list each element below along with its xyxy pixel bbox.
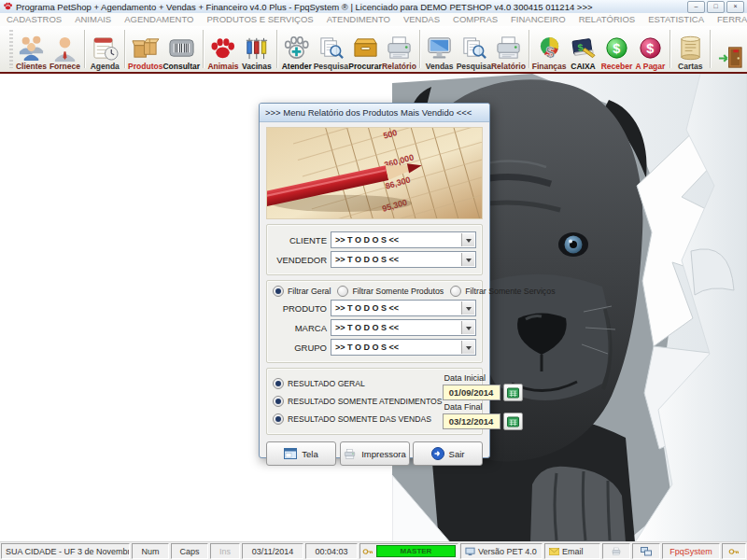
toolbar-relatorio-vendas[interactable]: Relatório (491, 26, 526, 72)
menu-vendas[interactable]: VENDAS (397, 13, 446, 26)
marca-combobox[interactable]: >> T O D O S << (331, 319, 476, 336)
menu-financeiro[interactable]: FINANCEIRO (504, 13, 572, 26)
toolbar-label: Produtos (128, 62, 162, 71)
status-email[interactable]: Email (544, 543, 600, 559)
toolbar-animais[interactable]: Animais (206, 26, 240, 72)
chevron-down-icon[interactable] (461, 341, 474, 354)
dollar-red-icon: $ (635, 35, 666, 62)
status-date: 03/11/2014 (242, 543, 303, 559)
toolbar-clientes[interactable]: Clientes (15, 26, 49, 72)
toolbar-sair-app[interactable] (713, 26, 747, 72)
radio-resultado-geral[interactable]: RESULTADO GERAL (273, 378, 443, 389)
radio-filtrar-servicos[interactable]: Filtrar Somente Serviços (450, 286, 555, 297)
printer-icon (611, 547, 622, 556)
menu-atendimento[interactable]: ATENDIMENTO (320, 13, 397, 26)
menu-cadastros[interactable]: CADASTROS (0, 13, 68, 26)
toolbar-atender[interactable]: Atender (280, 26, 314, 72)
data-inicial-field[interactable]: 01/09/2014 (443, 385, 500, 400)
marca-label: MARCA (273, 323, 327, 333)
grupo-label: GRUPO (273, 343, 327, 353)
radio-resultado-vendas[interactable]: RESULTADO SOMENTE DAS VENDAS (273, 413, 443, 425)
menu-animais[interactable]: ANIMAIS (68, 13, 118, 26)
toolbar-consultar[interactable]: Consultar (162, 26, 200, 72)
toolbar-separator (669, 30, 670, 68)
minimize-button[interactable]: – (687, 1, 705, 13)
tela-button[interactable]: Tela (266, 441, 336, 466)
group-cliente-vendedor: CLIENTE >> T O D O S << VENDEDOR >> T O … (266, 224, 483, 275)
toolbar-procurar[interactable]: Procurar (348, 26, 382, 72)
monitor-icon (424, 35, 455, 62)
toolbar-cartas[interactable]: Cartas (673, 26, 707, 72)
menu-ferramentas[interactable]: FERRAMENTAS (711, 13, 747, 26)
produto-combobox[interactable]: >> T O D O S << (331, 300, 476, 316)
menu-estatistica[interactable]: ESTATISTICA (641, 13, 711, 26)
toolbar-vendas[interactable]: Vendas (423, 26, 457, 72)
radio-icon (273, 413, 284, 425)
status-user-badge: MASTER (376, 545, 456, 557)
close-button[interactable]: × (726, 1, 744, 13)
radio-resultado-atendimentos[interactable]: RESULTADO SOMENTE ATENDIMENTOS (273, 396, 443, 407)
app-window: Programa PetShop + Agendamento + Vendas … (0, 0, 747, 560)
toolbar-label: Pesquisa (457, 62, 491, 71)
toolbar-a-pagar[interactable]: $ A Pagar (633, 26, 667, 72)
window-title: Programa PetShop + Agendamento + Vendas … (16, 2, 685, 12)
toolbar-fornecedores[interactable]: Fornece (48, 26, 81, 72)
menu-compras[interactable]: COMPRAS (446, 13, 504, 26)
toolbar-label: Pesquisa (314, 62, 348, 71)
toolbar-label: Vacinas (242, 62, 272, 71)
maximize-button[interactable]: □ (707, 1, 725, 13)
toolbar-label: Relatório (491, 62, 526, 71)
calendar-icon (507, 416, 519, 427)
toolbar-agenda[interactable]: Agenda (88, 26, 121, 72)
radio-filtrar-geral[interactable]: Filtrar Geral (273, 286, 331, 297)
toolbar-label: Clientes (16, 62, 47, 71)
toolbar-receber[interactable]: $ Receber (600, 26, 634, 72)
toolbar-label: Relatório (382, 62, 416, 71)
vendedor-combobox[interactable]: >> T O D O S << (331, 251, 476, 268)
envelope-icon (549, 548, 559, 555)
status-version: Versão PET 4.0 (460, 543, 543, 559)
sair-button[interactable]: Sair (413, 441, 483, 466)
dollar-green-icon: $ (601, 35, 632, 62)
group-resultado: RESULTADO GERAL RESULTADO SOMENTE ATENDI… (266, 368, 483, 435)
menu-produtos-servicos[interactable]: PRODUTOS E SERVIÇOS (200, 13, 319, 26)
data-final-field[interactable]: 03/12/2014 (443, 413, 500, 429)
radio-icon (273, 286, 284, 297)
cliente-combobox[interactable]: >> T O D O S << (331, 231, 476, 248)
toolbar-financas[interactable]: $ Finanças (532, 26, 567, 72)
chevron-down-icon[interactable] (461, 233, 474, 246)
data-inicial-calendar-button[interactable] (503, 384, 523, 401)
search-doc-icon (316, 35, 346, 62)
status-printer[interactable] (602, 543, 630, 559)
toolbar-relatorio-atendimento[interactable]: Relatório (382, 26, 416, 72)
menu-agendamento[interactable]: AGENDAMENTO (118, 13, 200, 26)
group-filtros: Filtrar Geral Filtrar Somente Produtos F… (266, 280, 483, 363)
chevron-down-icon[interactable] (461, 253, 474, 266)
toolbar: Clientes Fornece Agenda Produtos Consult… (0, 26, 747, 72)
radio-icon (450, 286, 461, 297)
radio-filtrar-produtos[interactable]: Filtrar Somente Produtos (337, 286, 444, 297)
exit-arrow-icon (431, 447, 444, 460)
chevron-down-icon[interactable] (461, 301, 474, 315)
toolbar-produtos[interactable]: Produtos (128, 26, 162, 72)
data-final-calendar-button[interactable] (503, 413, 523, 430)
toolbar-pesquisa-vendas[interactable]: Pesquisa (457, 26, 491, 72)
boxes-icon (130, 35, 161, 62)
chevron-down-icon[interactable] (461, 321, 474, 334)
toolbar-label: CAIXA (571, 62, 595, 71)
svg-text:$: $ (613, 41, 620, 56)
key-icon (728, 548, 740, 555)
toolbar-caixa[interactable]: $ CAIXA (567, 26, 600, 72)
status-bar: SUA CIDADE - UF 3 de Novembro de 2014 - … (0, 541, 747, 560)
toolbar-vacinas[interactable]: Vacinas (240, 26, 274, 72)
scroll-icon (675, 35, 706, 62)
grupo-combobox[interactable]: >> T O D O S << (331, 339, 476, 356)
toolbar-label: A Pagar (636, 62, 666, 71)
ledger-pencil-photo: 500 360,000 86,300 95,300 (266, 127, 483, 219)
menu-relatorios[interactable]: RELATÓRIOS (572, 13, 642, 26)
toolbar-pesquisa-atendimento[interactable]: Pesquisa (314, 26, 348, 72)
impressora-button[interactable]: Impressora (340, 441, 410, 466)
svg-text:$: $ (545, 44, 554, 61)
drawer-icon (350, 35, 381, 62)
printer-icon (343, 448, 357, 460)
